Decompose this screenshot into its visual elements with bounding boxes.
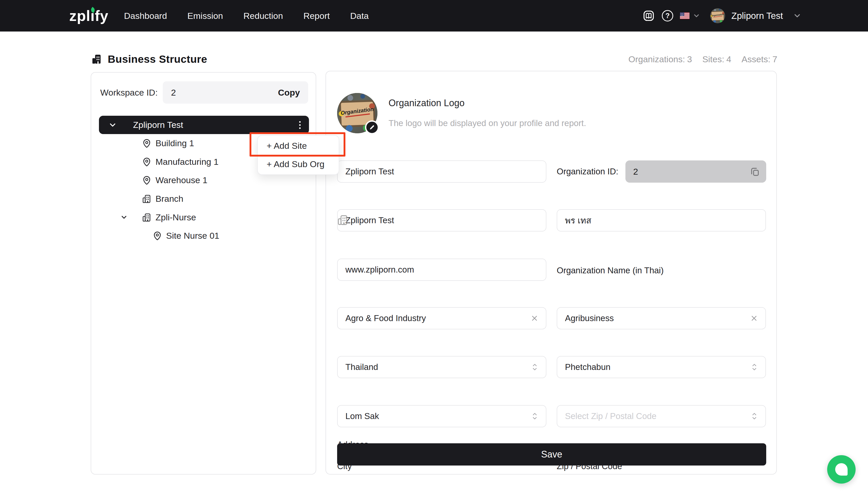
workspace-id-label: Workspace ID:: [100, 88, 158, 98]
nav-item-emission[interactable]: Emission: [187, 11, 223, 21]
business-tree-panel: Workspace ID: 2 Copy Zpliporn Test Build…: [91, 72, 316, 475]
sector-select[interactable]: Agribusiness: [557, 307, 766, 329]
language-flag-icon[interactable]: [680, 12, 689, 19]
workspace-id-box: 2 Copy: [163, 81, 308, 104]
top-nav: zplify Dashboard Emission Reduction Repo…: [0, 0, 868, 32]
logo-text: fy: [95, 7, 108, 24]
tree-item-label: Warehouse 1: [156, 175, 207, 185]
nav-menu: Dashboard Emission Reduction Report Data: [124, 0, 369, 32]
tree-item-site-nurse-01[interactable]: Site Nurse 01: [152, 227, 219, 245]
organization-logo-image[interactable]: Organization: [337, 93, 377, 133]
tree-context-menu: + Add Site + Add Sub Org: [257, 135, 339, 175]
user-menu-chevron-down-icon[interactable]: [793, 11, 802, 20]
state-select[interactable]: Phetchabun: [557, 356, 766, 378]
chat-bubble-button[interactable]: [827, 455, 856, 484]
building-icon: [142, 194, 152, 204]
website-input[interactable]: www.zpliporn.com: [337, 259, 546, 281]
business-structure-icon: [91, 53, 103, 65]
industry-select[interactable]: Agro & Food Industry: [337, 307, 546, 329]
nav-item-report[interactable]: Report: [303, 11, 330, 21]
name-th-input[interactable]: พร เทส: [557, 209, 766, 231]
help-icon[interactable]: ?: [662, 10, 673, 21]
kebab-menu-icon[interactable]: [298, 120, 302, 130]
tree-item-label: Branch: [156, 194, 183, 204]
pin-icon: [142, 175, 152, 185]
page-title: Business Structure: [108, 53, 207, 65]
add-site-menu-item[interactable]: + Add Site: [258, 137, 339, 155]
pin-icon: [142, 138, 152, 149]
tree-item-manufacturing-1[interactable]: Manufacturing 1: [142, 153, 219, 171]
org-building-icon: [337, 214, 349, 226]
edit-logo-button[interactable]: [365, 120, 379, 134]
workspace-copy-button[interactable]: Copy: [278, 88, 300, 98]
logo-section-hint: The logo will be displayed on your profi…: [389, 118, 586, 128]
copy-icon[interactable]: [750, 166, 760, 177]
name-th-label: Organization Name (in Thai): [557, 266, 664, 275]
add-sub-org-menu-item[interactable]: + Add Sub Org: [258, 155, 339, 173]
save-button[interactable]: Save: [337, 443, 766, 466]
city-select[interactable]: Lom Sak: [337, 405, 546, 427]
org-id-box: 2: [625, 160, 766, 183]
organization-form-panel: Organization Organization Logo The logo …: [326, 71, 777, 475]
docs-book-icon[interactable]: [643, 10, 655, 22]
stat-assets: Assets:7: [740, 54, 777, 64]
nav-item-dashboard[interactable]: Dashboard: [124, 11, 167, 21]
stat-sites: Sites:4: [700, 54, 731, 64]
user-avatar[interactable]: Organization: [710, 8, 725, 23]
tree-root-label: Zpliporn Test: [133, 120, 183, 130]
pin-icon: [152, 231, 162, 241]
select-updown-icon: [531, 363, 539, 371]
select-updown-icon: [750, 363, 758, 371]
name-en-input[interactable]: Zpliporn Test: [337, 209, 546, 231]
workspace-id-row: Workspace ID: 2 Copy: [100, 81, 308, 104]
tree-root-org[interactable]: Zpliporn Test: [99, 116, 309, 134]
page-header: Business Structure Organizations:3 Sites…: [91, 48, 777, 70]
workspace-id-value: 2: [171, 88, 176, 98]
building-icon: [142, 212, 152, 223]
clear-icon[interactable]: [530, 314, 539, 322]
zip-select[interactable]: Select Zip / Postal Code: [557, 405, 766, 427]
nav-right-cluster: ? Organization Zpliporn Test: [643, 0, 802, 32]
tree-item-building-1[interactable]: Building 1: [142, 134, 194, 152]
logo-section-title: Organization Logo: [389, 98, 464, 108]
org-id-label: Organization ID:: [557, 167, 618, 176]
chat-icon: [835, 463, 848, 476]
chevron-down-icon[interactable]: [120, 213, 128, 221]
clear-icon[interactable]: [750, 314, 758, 322]
tree-item-label: Manufacturing 1: [156, 157, 219, 167]
logo-letter-i: i: [90, 7, 95, 24]
country-select[interactable]: Thailand: [337, 356, 546, 378]
app-logo[interactable]: zplify: [69, 0, 108, 32]
chevron-down-icon[interactable]: [108, 121, 117, 129]
language-chevron-down-icon[interactable]: [693, 12, 700, 20]
pin-icon: [142, 157, 152, 167]
tree-item-label: Site Nurse 01: [166, 231, 219, 241]
org-id-value: 2: [633, 167, 638, 177]
org-id-row: Organization ID: 2: [557, 160, 766, 183]
nav-item-data[interactable]: Data: [350, 11, 369, 21]
header-stats: Organizations:3 Sites:4 Assets:7: [626, 54, 777, 64]
tree-item-warehouse-1[interactable]: Warehouse 1: [142, 171, 207, 189]
logo-text: zpl: [69, 7, 90, 24]
user-name[interactable]: Zpliporn Test: [731, 11, 783, 21]
select-updown-icon: [750, 412, 758, 421]
tree-item-label: Building 1: [156, 138, 194, 148]
tree-item-zpli-nurse[interactable]: Zpli-Nurse: [91, 208, 316, 227]
select-updown-icon: [531, 412, 539, 421]
pencil-icon: [369, 124, 375, 131]
stat-organizations: Organizations:3: [626, 54, 692, 64]
tree-item-label: Zpli-Nurse: [156, 212, 196, 222]
display-name-input[interactable]: Zpliporn Test: [337, 160, 546, 183]
tree-item-branch[interactable]: Branch: [142, 190, 183, 208]
nav-item-reduction[interactable]: Reduction: [243, 11, 283, 21]
